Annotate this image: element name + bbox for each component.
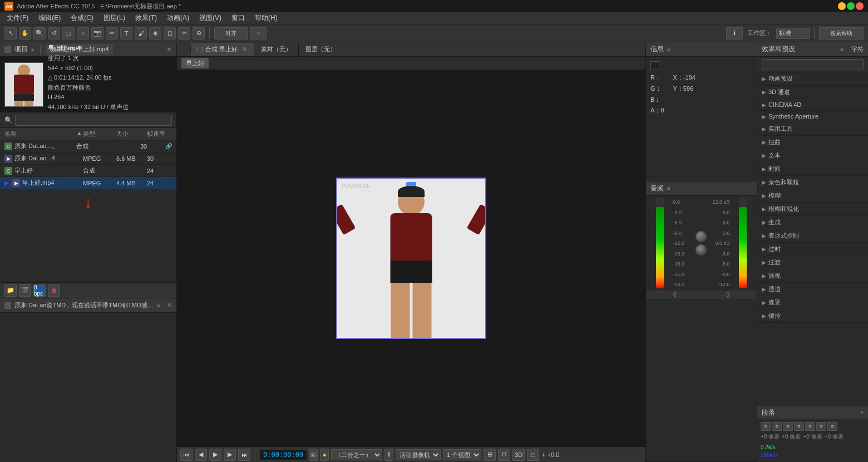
viewer-live-btn[interactable]: ◎ [309, 449, 318, 461]
align-left-btn[interactable]: ≡ [761, 422, 771, 431]
viewer-info-btn[interactable]: ℹ [384, 449, 393, 461]
justify-center-btn[interactable]: ≡ [805, 422, 815, 431]
effect-cat-obsolete[interactable]: ▶ 过时 [757, 243, 868, 256]
menu-file[interactable]: 文件(F) [2, 12, 33, 24]
audio-menu[interactable]: ≡ [667, 185, 670, 191]
align-center-btn[interactable]: ≡ [772, 422, 782, 431]
effect-cat-transition[interactable]: ▶ 过渡 [757, 256, 868, 269]
effect-cat-animation[interactable]: ▶ 动画预设 [757, 72, 868, 86]
tool-roto[interactable]: ✂ [178, 27, 190, 40]
speed-badge-1: 0.2k/s [761, 444, 776, 450]
workspace-select[interactable]: 标准 [776, 28, 810, 39]
effects-menu[interactable]: ≡ [840, 46, 844, 52]
justify-left-btn[interactable]: ≡ [794, 422, 804, 431]
menu-edit[interactable]: 编辑(E) [34, 12, 65, 24]
tool-puppet[interactable]: ⊕ [193, 27, 205, 40]
menu-effects[interactable]: 效果(T) [131, 12, 161, 24]
viewer-3d-btn[interactable]: 3D [512, 449, 525, 461]
footage-tab[interactable]: 素材（无） [254, 43, 299, 56]
search-button[interactable]: 搜索帮助 [819, 27, 864, 40]
col-sort-icon[interactable]: ▲ [76, 130, 83, 138]
effect-cat-perspective[interactable]: ▶ 透视 [757, 269, 868, 283]
minimize-button[interactable] [838, 2, 846, 10]
effect-cat-matte[interactable]: ▶ 遮罩 [757, 296, 868, 309]
effect-cat-synthetic[interactable]: ▶ Synthetic Aperture [757, 111, 868, 122]
menu-composition[interactable]: 合成(C) [66, 12, 98, 24]
render-close-icon[interactable]: ✕ [167, 302, 172, 309]
tool-hand[interactable]: ✋ [19, 27, 31, 40]
effects-search-input[interactable] [762, 59, 864, 70]
new-folder-btn[interactable]: 📁 [4, 284, 17, 297]
effect-cat-channel[interactable]: ▶ 通道 [757, 283, 868, 296]
effect-cat-time[interactable]: ▶ 时间 [757, 163, 868, 176]
justify-right-btn[interactable]: ≡ [816, 422, 826, 431]
tool-zoom[interactable]: 🔍 [33, 27, 46, 40]
viewer-playback-end-btn[interactable]: ⏭ [238, 449, 250, 461]
tool-stamp[interactable]: ◈ [149, 27, 161, 40]
tool-align[interactable]: 对齐 [214, 27, 248, 40]
tool-camera[interactable]: 📷 [91, 27, 103, 40]
tool-text[interactable]: T [120, 27, 132, 40]
tool-rotate[interactable]: ↺ [48, 27, 60, 40]
tool-brush[interactable]: 🖌 [135, 27, 147, 40]
effect-cat-distort[interactable]: ▶ 扭曲 [757, 136, 868, 149]
render-menu-icon[interactable]: ≡ [157, 302, 160, 308]
menu-animation[interactable]: 动画(A) [162, 12, 194, 24]
project-search-input[interactable] [15, 115, 172, 126]
audio-knob-left[interactable] [696, 231, 707, 242]
new-comp-btn[interactable]: 🎬 [19, 284, 31, 297]
tool-pen[interactable]: ✏ [106, 27, 118, 40]
menu-help[interactable]: 帮助(H) [250, 12, 282, 24]
viewer-color-btn[interactable]: ● [320, 449, 329, 461]
viewer-time-display[interactable]: 0:00:00:00 [260, 450, 307, 460]
effect-cat-blur[interactable]: ▶ 模糊和锐化 [757, 203, 868, 216]
file-row-3[interactable]: ▶ ▶ 早上好.mp4 MPEG 4.4 MB 24 [0, 177, 176, 189]
effect-cat-cinema4d[interactable]: ▶ CINEMA 4D [757, 99, 868, 111]
viewer-quality-select[interactable]: （二分之一） [331, 449, 382, 460]
viewer-frame-back-btn[interactable]: ◀ [195, 449, 207, 461]
viewer-frame-fwd-btn[interactable]: ▶ [224, 449, 236, 461]
maximize-button[interactable] [847, 2, 855, 10]
viewer-grid-btn[interactable]: ⊞ [484, 449, 496, 461]
viewer-render-btn[interactable]: □ [527, 449, 539, 461]
effect-cat-simulate[interactable]: ▶ 模糊 [757, 189, 868, 203]
tool-motion[interactable]: ☞ [250, 27, 267, 40]
info-menu[interactable]: ≡ [667, 46, 670, 52]
menu-layer[interactable]: 图层(L) [99, 12, 130, 24]
effect-cat-text[interactable]: ▶ 文本 [757, 149, 868, 163]
effect-cat-keying[interactable]: ▶ 键控 [757, 309, 868, 323]
layer-tab[interactable]: 图层（无） [299, 43, 343, 56]
viewer-mask-btn[interactable]: ⊓ [498, 449, 510, 461]
composition-tab[interactable]: 合成 早上好 ✕ [191, 43, 254, 56]
viewer-camera-select[interactable]: 活动摄像机 [396, 449, 441, 460]
effect-cat-expression[interactable]: ▶ 表达式控制 [757, 229, 868, 243]
align-right-btn[interactable]: ≡ [783, 422, 793, 431]
file-row-1[interactable]: ▶ 原来 DaLao...4 MPEG 6.6 MB 30 [0, 153, 176, 165]
project-menu-icon[interactable]: ≡ [31, 46, 34, 52]
viewer-views-select[interactable]: 1 个视图 [443, 449, 481, 460]
close-button[interactable] [856, 2, 864, 10]
new-solid-btn[interactable]: 8 bpc [33, 284, 46, 297]
window-controls[interactable] [838, 2, 864, 10]
effect-cat-3d[interactable]: ▶ 3D 通道 [757, 86, 868, 99]
effect-cat-noise[interactable]: ▶ 杂色和颗粒 [757, 176, 868, 189]
delete-btn[interactable]: 🗑 [48, 284, 60, 297]
tool-rect[interactable]: □ [62, 27, 75, 40]
tool-ellipse[interactable]: ○ [77, 27, 89, 40]
tool-eraser[interactable]: ◻ [164, 27, 176, 40]
tool-info-toggle[interactable]: ℹ [726, 27, 743, 40]
paragraph-menu[interactable]: ≡ [860, 410, 864, 416]
file-row-0[interactable]: C 原来 DaLao...。 合成 30 🔗 [0, 140, 176, 153]
audio-knob-right[interactable] [696, 244, 707, 255]
effect-cat-utility[interactable]: ▶ 实用工具 [757, 122, 868, 136]
justify-all-btn[interactable]: ≡ [827, 422, 837, 431]
viewer-play-btn[interactable]: ▶ [209, 449, 221, 461]
effect-cat-generate[interactable]: ▶ 生成 [757, 216, 868, 229]
menu-window[interactable]: 窗口 [227, 12, 249, 24]
menu-view[interactable]: 视图(V) [195, 12, 226, 24]
comp-tab-close[interactable]: ✕ [242, 46, 247, 53]
viewer-playback-btn[interactable]: ⏮ [180, 449, 193, 461]
file-rate-0: 30 [140, 143, 165, 150]
file-row-2[interactable]: C 早上好 合成 24 [0, 165, 176, 177]
tool-select[interactable]: ↖ [4, 27, 17, 40]
